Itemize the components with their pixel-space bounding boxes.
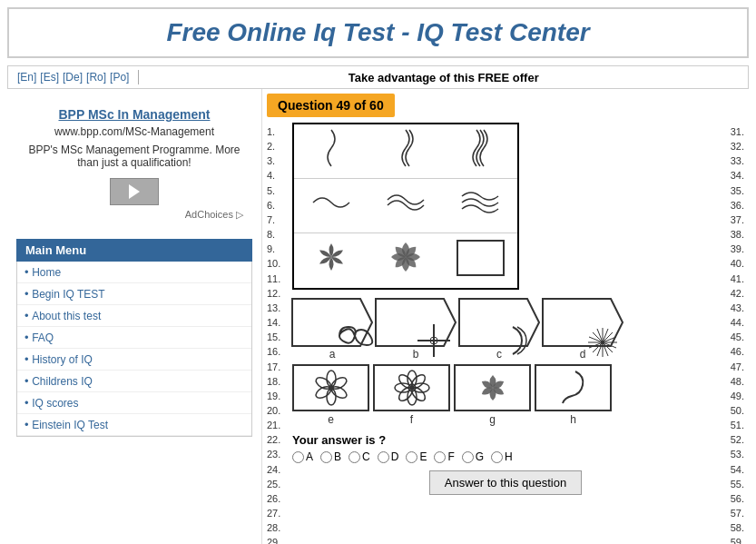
choice-h-shape (535, 364, 612, 411)
language-links[interactable]: [En] [Es] [De] [Ro] [Po] (17, 71, 129, 84)
radio-option-b[interactable]: B (320, 450, 341, 463)
radio-options-row: A B C D E F (292, 450, 719, 463)
radio-option-a[interactable]: A (292, 450, 313, 463)
radio-a[interactable] (292, 451, 304, 463)
radio-g[interactable] (462, 451, 474, 463)
choice-b: b (376, 299, 456, 361)
radio-option-e[interactable]: E (406, 450, 427, 463)
main-menu-list: Home Begin IQ TEST About this test FAQ H… (16, 262, 252, 437)
choice-g-shape (454, 364, 531, 411)
ad-url: www.bpp.com/MSc-Management (25, 125, 243, 138)
menu-link-home[interactable]: Home (32, 266, 61, 279)
svg-rect-0 (457, 241, 504, 275)
pattern-cell-1-1 (298, 125, 366, 177)
choice-h-label: h (570, 413, 576, 426)
lang-de[interactable]: [De] (63, 71, 83, 84)
pattern-cell-2-2 (372, 189, 440, 223)
choice-d: d (543, 299, 623, 361)
choice-f-label: f (410, 413, 413, 426)
radio-e-label: E (419, 450, 427, 463)
menu-item-home[interactable]: Home (17, 262, 251, 283)
menu-item-faq[interactable]: FAQ (17, 327, 251, 349)
pattern-cell-2-1 (298, 189, 366, 223)
pattern-cell-2-3 (447, 187, 515, 225)
radio-g-label: G (476, 450, 484, 463)
menu-link-childrens[interactable]: Childrens IQ (32, 375, 93, 388)
menu-link-einstein[interactable]: Einstein IQ Test (32, 419, 108, 431)
choice-c: c (459, 299, 539, 361)
pattern-row-3 (294, 233, 517, 288)
radio-option-d[interactable]: D (378, 450, 399, 463)
svg-point-30 (397, 372, 415, 391)
choice-c-shape (459, 299, 539, 346)
pattern-row-1 (294, 124, 517, 179)
menu-item-about[interactable]: About this test (17, 305, 251, 327)
ad-choices[interactable]: AdChoices ▷ (25, 209, 243, 221)
radio-option-h[interactable]: H (491, 450, 513, 463)
choice-g: g (454, 364, 531, 426)
ad-title[interactable]: BPP MSc In Management (25, 107, 243, 122)
svg-point-28 (397, 385, 415, 403)
menu-link-scores[interactable]: IQ scores (32, 397, 78, 410)
choice-a: a (292, 299, 372, 361)
choice-h: h (535, 364, 612, 426)
radio-d[interactable] (378, 451, 389, 463)
menu-link-history[interactable]: History of IQ (32, 353, 93, 366)
choice-e-shape (292, 364, 369, 411)
ad-button[interactable] (110, 178, 159, 205)
menu-link-faq[interactable]: FAQ (32, 331, 54, 344)
advertisement: BPP MSc In Management www.bpp.com/MSc-Ma… (16, 98, 252, 230)
radio-b-label: B (334, 450, 341, 463)
choices-row-bottom: e (292, 364, 719, 426)
lang-es[interactable]: [Es] (40, 71, 59, 84)
menu-item-childrens[interactable]: Childrens IQ (17, 371, 251, 392)
question-header: Question 49 of 60 (267, 94, 395, 117)
radio-h-label: H (505, 450, 513, 463)
choice-a-label: a (329, 348, 336, 361)
question-content: a (292, 123, 719, 544)
lang-po[interactable]: [Po] (110, 71, 129, 84)
radio-option-f[interactable]: F (434, 450, 454, 463)
choice-b-shape (376, 299, 456, 346)
answer-button[interactable]: Answer to this question (429, 470, 582, 495)
page-title: Free Online Iq Test - IQ Test Center (27, 18, 729, 47)
radio-c-label: C (362, 450, 370, 463)
radio-h[interactable] (491, 451, 503, 463)
row-numbers-left: 1.2.3. 4.5.6. 7.8.9. 10.11.12. 13.14.15.… (267, 123, 292, 544)
radio-c[interactable] (349, 451, 360, 463)
row-numbers-right: 31.32.33. 34.35.36. 37.38.39. 40.41.42. … (719, 123, 744, 544)
radio-option-g[interactable]: G (462, 450, 484, 463)
main-menu-header: Main Menu (16, 239, 252, 262)
radio-d-label: D (391, 450, 399, 463)
svg-point-24 (409, 372, 427, 391)
offer-text: Take advantage of this FREE offer (148, 71, 739, 84)
lang-ro[interactable]: [Ro] (86, 71, 106, 84)
radio-a-label: A (306, 450, 313, 463)
choices-row-top: a (292, 299, 719, 361)
menu-item-begin-iq[interactable]: Begin IQ TEST (17, 283, 251, 305)
menu-item-scores[interactable]: IQ scores (17, 392, 251, 414)
choice-e-label: e (328, 413, 334, 426)
svg-point-26 (409, 385, 427, 403)
lang-en[interactable]: [En] (17, 71, 36, 84)
pattern-grid (292, 123, 519, 290)
pattern-cell-3-1 (298, 237, 366, 284)
sidebar: BPP MSc In Management www.bpp.com/MSc-Ma… (7, 89, 261, 544)
radio-option-c[interactable]: C (349, 450, 370, 463)
question-wrapper: 1.2.3. 4.5.6. 7.8.9. 10.11.12. 13.14.15.… (267, 123, 744, 544)
main-content: Question 49 of 60 1.2.3. 4.5.6. 7.8.9. 1… (261, 89, 749, 544)
lang-divider (138, 70, 139, 84)
choice-e: e (292, 364, 369, 426)
choice-g-label: g (489, 413, 496, 426)
page-header: Free Online Iq Test - IQ Test Center (7, 7, 749, 58)
language-bar: [En] [Es] [De] [Ro] [Po] Take advantage … (7, 65, 749, 89)
menu-item-einstein[interactable]: Einstein IQ Test (17, 414, 251, 436)
menu-link-about[interactable]: About this test (32, 310, 101, 322)
menu-link-begin-iq[interactable]: Begin IQ TEST (32, 288, 104, 301)
radio-f[interactable] (434, 451, 446, 463)
pattern-cell-3-3 (447, 239, 515, 283)
radio-e[interactable] (406, 451, 417, 463)
radio-b[interactable] (320, 451, 332, 463)
menu-item-history[interactable]: History of IQ (17, 349, 251, 371)
pattern-cell-1-2 (372, 125, 440, 177)
